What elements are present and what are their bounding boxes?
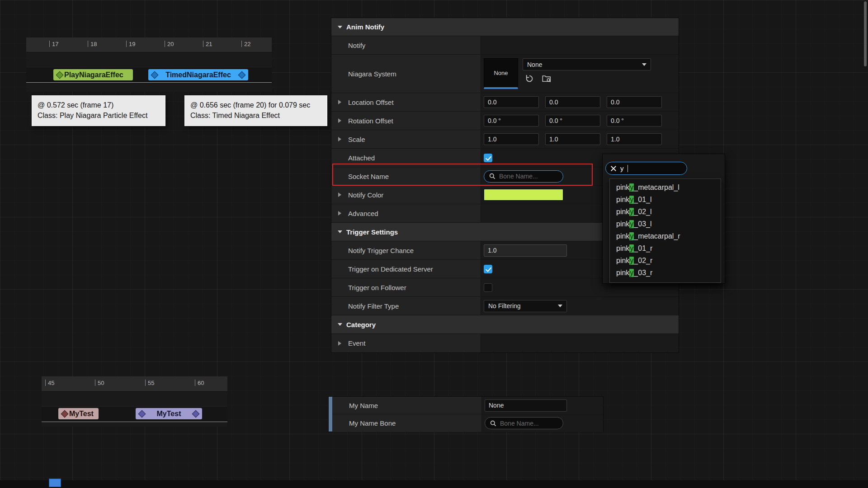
custom-notify-details: My Name None My Name Bone	[328, 396, 604, 432]
frame-tick: 60	[195, 380, 204, 386]
notify-diamond-icon	[151, 71, 159, 79]
row-notify-filter-type: Notify Filter Type No Filtering	[331, 297, 679, 315]
track-lane	[26, 52, 272, 67]
socket-name-search-field[interactable]	[484, 170, 563, 183]
niagara-system-dropdown[interactable]: None	[523, 58, 651, 70]
socket-name-input[interactable]	[499, 173, 552, 180]
row-label: Attached	[348, 154, 375, 162]
notify-track-bottom: 45 50 55 60 MyTest MyTest	[42, 376, 227, 427]
row-label: Notify Color	[348, 191, 383, 199]
rotation-offset-y-input[interactable]: 0.0 °	[545, 115, 600, 127]
frame-tick: 19	[126, 41, 135, 47]
notify-tag-timed-niagara[interactable]: TimedNiagaraEffec	[148, 69, 248, 80]
bone-option[interactable]: pinky_02_l	[610, 206, 721, 218]
notify-diamond-icon	[192, 410, 200, 418]
bone-option[interactable]: pinky_metacarpal_l	[610, 181, 721, 193]
notify-trigger-chance-input[interactable]: 1.0	[484, 244, 567, 257]
chevron-down-icon	[558, 305, 562, 307]
notify-tag-label: MyTest	[69, 410, 94, 418]
use-selected-asset-icon[interactable]	[524, 74, 534, 84]
expander-arrow-icon[interactable]	[338, 192, 341, 197]
notify-diamond-icon	[56, 71, 64, 79]
notify-tag-mytest-1[interactable]: MyTest	[58, 408, 99, 419]
category-color-strip	[329, 397, 332, 432]
tooltip-time-line: @ 0.656 sec (frame 20) for 0.079 sec	[190, 100, 321, 110]
track-lane	[42, 392, 227, 407]
location-offset-y-input[interactable]: 0.0	[545, 96, 600, 108]
scrollbar-thumb[interactable]	[864, 1, 867, 66]
frame-tick: 21	[203, 41, 212, 47]
notify-tag-label: TimedNiagaraEffec	[165, 71, 231, 79]
notify-fragment-blue[interactable]	[49, 479, 61, 487]
notify-diamond-icon	[238, 71, 246, 79]
expander-arrow-icon[interactable]	[338, 341, 341, 346]
trigger-dedicated-server-checkbox[interactable]	[484, 265, 492, 273]
expander-arrow-icon[interactable]	[338, 211, 341, 216]
expander-arrow-icon[interactable]	[338, 118, 341, 123]
bone-search-field[interactable]: y	[605, 162, 687, 175]
my-name-bone-search-field[interactable]	[485, 417, 563, 429]
frame-tick: 45	[45, 380, 54, 386]
row-label: Rotation Offset	[348, 117, 393, 125]
rotation-offset-x-input[interactable]: 0.0 °	[484, 115, 539, 127]
my-name-bone-input[interactable]	[500, 420, 553, 427]
bone-option[interactable]: pinky_03_r	[610, 267, 721, 279]
expander-arrow-icon[interactable]	[338, 137, 341, 141]
track-lane	[42, 422, 227, 427]
row-location-offset: Location Offset 0.0 0.0 0.0	[331, 93, 679, 112]
timeline-ruler-top[interactable]: 17 18 19 20 21 22	[26, 38, 272, 52]
anim-notify-editor-canvas: 17 18 19 20 21 22 PlayNiagaraEffec Timed…	[0, 0, 868, 488]
notify-filter-type-dropdown[interactable]: No Filtering	[484, 300, 567, 312]
bone-option[interactable]: pinky_metacarpal_r	[610, 230, 721, 242]
frame-tick: 22	[241, 41, 250, 47]
scale-x-input[interactable]: 1.0	[484, 133, 539, 145]
chevron-down-icon	[338, 323, 342, 326]
frame-tick: 20	[165, 41, 174, 47]
frame-tick: 18	[88, 41, 97, 47]
notify-tooltip-play: @ 0.572 sec (frame 17) Class: Play Niaga…	[32, 95, 165, 126]
notify-tag-mytest-2[interactable]: MyTest	[136, 408, 202, 419]
notify-diamond-icon	[138, 410, 146, 418]
row-label: My Name Bone	[349, 419, 396, 427]
row-label: Event	[348, 339, 365, 347]
bone-search-query[interactable]: y	[620, 164, 624, 172]
browse-to-asset-icon[interactable]	[542, 74, 552, 84]
trigger-follower-checkbox[interactable]	[484, 283, 492, 292]
row-scale: Scale 1.0 1.0 1.0	[331, 130, 679, 149]
location-offset-x-input[interactable]: 0.0	[484, 96, 539, 108]
notify-tag-play-niagara[interactable]: PlayNiagaraEffec	[53, 69, 133, 80]
bone-option[interactable]: pinky_02_r	[610, 254, 721, 267]
track-lane	[26, 83, 272, 92]
row-niagara-system: Niagara System None None	[331, 55, 679, 93]
notify-color-swatch[interactable]	[484, 189, 563, 201]
row-label: Advanced	[348, 210, 378, 217]
bone-picker-popup: y pinky_metacarpal_l pinky_01_l pinky_02…	[602, 154, 725, 284]
row-label: Scale	[348, 136, 365, 143]
my-name-input[interactable]: None	[485, 399, 567, 412]
notify-tag-label: MyTest	[157, 410, 181, 418]
row-label: Notify Trigger Chance	[348, 247, 414, 254]
location-offset-z-input[interactable]: 0.0	[607, 96, 662, 108]
row-notify: Notify	[331, 36, 679, 55]
section-title: Category	[346, 321, 376, 328]
section-header-category[interactable]: Category	[331, 315, 679, 334]
timeline-ruler-bottom[interactable]: 45 50 55 60	[42, 376, 227, 392]
tooltip-class-line: Class: Timed Niagara Effect	[190, 110, 321, 121]
expander-arrow-icon[interactable]	[338, 100, 341, 104]
row-rotation-offset: Rotation Offset 0.0 ° 0.0 ° 0.0 °	[331, 112, 679, 130]
clear-search-icon[interactable]	[610, 165, 617, 172]
frame-tick: 17	[49, 41, 58, 47]
search-icon	[489, 173, 496, 180]
section-header-anim-notify[interactable]: Anim Notify	[331, 18, 679, 36]
chevron-down-icon	[642, 63, 646, 66]
bone-option[interactable]: pinky_03_l	[610, 218, 721, 230]
bone-option[interactable]: pinky_01_r	[610, 242, 721, 254]
scale-z-input[interactable]: 1.0	[607, 133, 662, 145]
scale-y-input[interactable]: 1.0	[545, 133, 600, 145]
niagara-asset-thumbnail[interactable]: None	[484, 58, 518, 89]
bone-option[interactable]: pinky_01_l	[610, 193, 721, 206]
row-event: Event	[331, 334, 679, 352]
rotation-offset-z-input[interactable]: 0.0 °	[607, 115, 662, 127]
attached-checkbox[interactable]	[484, 154, 492, 162]
notify-track-top: 17 18 19 20 21 22 PlayNiagaraEffec Timed…	[26, 38, 272, 92]
